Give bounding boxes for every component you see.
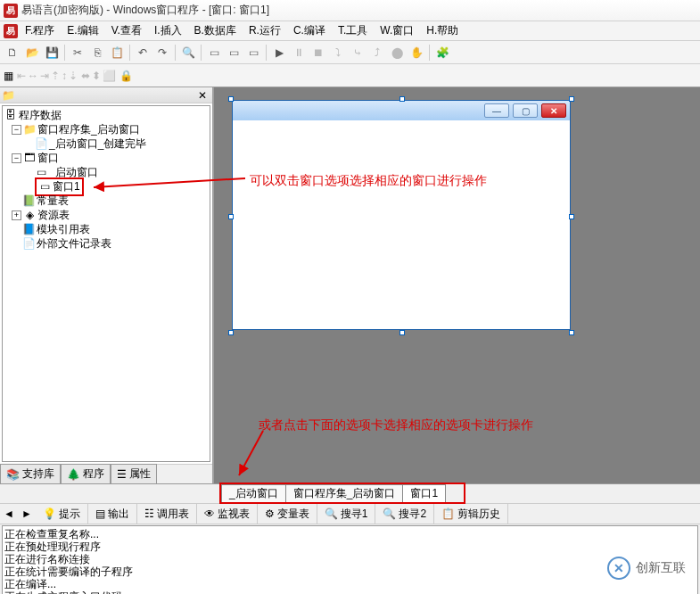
resize-handle[interactable] [569,96,574,102]
grid-icon[interactable]: ▦ [4,70,13,82]
design-window[interactable]: — ▢ ✕ [232,100,571,330]
stack-icon: ☷ [144,507,154,520]
close-icon[interactable]: ✕ [541,103,566,118]
folder-icon[interactable]: 📁 [2,89,14,102]
doc-tab-window1[interactable]: 窗口1 [402,484,446,503]
watermark-logo-icon: ✕ [607,557,630,580]
tab-watch[interactable]: 👁监视表 [197,504,258,524]
new-icon[interactable]: 🗋 [4,44,21,62]
step-out-icon[interactable]: ⤴ [368,44,386,62]
tab-cliphistory[interactable]: 📋剪辑历史 [434,504,508,524]
tab-hint[interactable]: 💡提示 [36,504,88,524]
tree-node[interactable]: 外部文件记录表 [37,236,111,252]
form-designer[interactable]: — ▢ ✕ 可以双击窗口选项选择相应的窗口进行操作 或者点击下面的选项卡选择相应… [214,87,700,483]
window2-icon[interactable]: ▭ [225,44,243,62]
redo-icon[interactable]: ↷ [153,44,171,62]
tab-program[interactable]: 🌲程序 [61,464,111,483]
tree-node[interactable]: 窗口程序集_启动窗口 [37,122,140,137]
minimize-icon[interactable]: — [484,103,509,118]
window-title: 易语言(加密狗版) - Windows窗口程序 - [窗口: 窗口1] [21,3,269,18]
tab-callstack[interactable]: ☷调用表 [137,504,197,524]
menu-database[interactable]: B.数据库 [189,21,242,40]
window1-icon[interactable]: ▭ [205,44,223,62]
tab-output[interactable]: ▤输出 [88,504,137,524]
module-icon[interactable]: 🧩 [433,44,451,62]
doc-tab-programset[interactable]: 窗口程序集_启动窗口 [285,484,404,503]
next-icon[interactable]: ► [18,507,36,520]
tree-root[interactable]: 程序数据 [19,108,62,123]
prev-icon[interactable]: ◄ [0,507,18,520]
pause-icon[interactable]: ⏸ [290,44,308,62]
close-panel-icon[interactable]: ✕ [198,89,210,102]
cut-icon[interactable]: ✂ [69,44,86,62]
output-line: 正在检查重复名称... [4,528,696,540]
tree-node[interactable]: 窗口 [37,151,59,166]
left-tabs: 📚支持库 🌲程序 ☰属性 [0,464,212,483]
resize-handle[interactable] [228,214,234,219]
copy-icon[interactable]: ⎘ [88,44,106,62]
hand-icon[interactable]: ✋ [408,44,425,62]
menu-insert[interactable]: I.插入 [149,21,187,40]
design-canvas[interactable]: — ▢ ✕ [232,100,571,332]
tree-node[interactable]: 资源表 [37,208,70,223]
tab-support-lib[interactable]: 📚支持库 [0,464,61,483]
align-middle-icon[interactable]: ↕ [62,70,67,82]
stop-icon[interactable]: ⏹ [309,44,327,62]
window-folder-icon: 🗔 [23,152,36,164]
menu-run[interactable]: R.运行 [243,21,286,40]
menu-file[interactable]: F.程序 [20,21,60,40]
arrow-2 [232,426,268,480]
step-into-icon[interactable]: ⤷ [349,44,366,62]
align-center-icon[interactable]: ↔ [28,70,38,82]
tree-node[interactable]: 常量表 [37,194,69,209]
module-icon: 📘 [22,223,35,235]
collapse-icon[interactable]: − [12,125,21,135]
expand-icon[interactable]: + [12,210,21,220]
resize-handle[interactable] [569,214,574,219]
menu-window[interactable]: W.窗口 [375,21,419,40]
tab-variables[interactable]: ⚙变量表 [258,504,317,524]
step-over-icon[interactable]: ⤵ [329,44,347,62]
save-icon[interactable]: 💾 [43,44,61,62]
align-right-icon[interactable]: ⇥ [40,70,49,82]
collapse-icon[interactable]: − [12,153,21,163]
menu-view[interactable]: V.查看 [106,21,147,40]
same-height-icon[interactable]: ⬍ [92,70,101,82]
menu-tools[interactable]: T.工具 [333,21,373,40]
align-top-icon[interactable]: ⇡ [51,70,60,82]
doc-tab-startup[interactable]: _启动窗口 [221,484,286,503]
same-width-icon[interactable]: ⬌ [81,70,90,82]
tab-search1[interactable]: 🔍搜寻1 [317,504,376,524]
window3-icon[interactable]: ▭ [244,44,262,62]
same-size-icon[interactable]: ⬜ [103,70,116,82]
menu-help[interactable]: H.帮助 [421,21,464,40]
tab-search2[interactable]: 🔍搜寻2 [375,504,434,524]
resize-handle[interactable] [228,330,234,335]
run-icon[interactable]: ▶ [270,44,288,62]
resize-handle[interactable] [399,96,405,102]
design-window-body[interactable] [233,120,570,329]
maximize-icon[interactable]: ▢ [513,103,538,118]
resize-handle[interactable] [228,96,234,102]
resize-handle[interactable] [569,330,574,335]
annotation-2: 或者点击下面的选项卡选择相应的选项卡进行操作 [259,417,533,433]
align-left-icon[interactable]: ⇤ [17,70,26,82]
paste-icon[interactable]: 📋 [108,44,126,62]
align-bottom-icon[interactable]: ⇣ [69,70,78,82]
lock-icon[interactable]: 🔒 [119,70,133,82]
output-panel[interactable]: 正在检查重复名称... 正在预处理现行程序 正在进行名称连接 正在统计需要编译的… [2,525,698,594]
tree-node-selected[interactable]: 窗口1 [53,179,80,194]
breakpoint-icon[interactable]: ⬤ [388,44,406,62]
annotation-1: 可以双击窗口选项选择相应的窗口进行操作 [250,173,487,189]
tab-properties[interactable]: ☰属性 [111,464,157,483]
tree-node[interactable]: _启动窗口_创建完毕 [49,136,146,152]
open-icon[interactable]: 📂 [23,44,41,62]
resize-handle[interactable] [399,330,405,335]
tree-node[interactable]: 模块引用表 [37,222,90,237]
undo-icon[interactable]: ↶ [134,44,152,62]
menu-compile[interactable]: C.编译 [288,21,331,40]
window-icon: ▭ [38,180,51,193]
project-tree[interactable]: 🗄程序数据 −📁窗口程序集_启动窗口 📄_启动窗口_创建完毕 −🗔窗口 ▭_启动… [2,105,210,462]
find-icon[interactable]: 🔍 [179,44,197,62]
menu-edit[interactable]: E.编辑 [62,21,103,40]
